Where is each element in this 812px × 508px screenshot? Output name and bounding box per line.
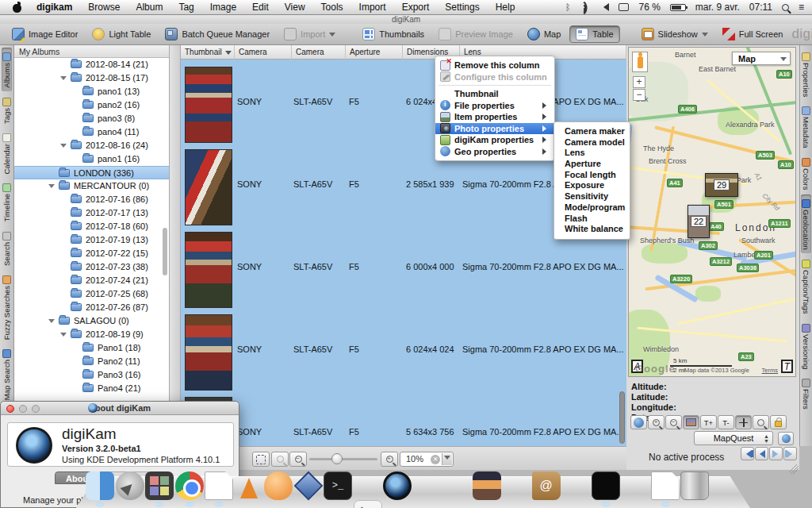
geo-zoom-out-button[interactable]: − <box>665 415 682 429</box>
photo-thumbnail[interactable] <box>185 314 232 391</box>
side-tab-caption-tags[interactable]: Caption/Tags <box>801 255 811 317</box>
zoom-dropdown-icon[interactable] <box>442 453 452 465</box>
zoom-in-button[interactable]: + <box>381 452 398 467</box>
thumb-bigger-button[interactable]: T+ <box>700 415 717 429</box>
album-item[interactable]: 2012-07-17 (13) <box>14 206 169 220</box>
dock-icon-virtualbox[interactable] <box>294 471 323 500</box>
column-header-thumbnail[interactable]: Thumbnail <box>181 45 235 60</box>
map-canvas[interactable]: BarnetEast BarnetOakThe HydeBrent CrossA… <box>628 47 796 377</box>
album-item[interactable]: 2012-07-26 (87) <box>14 301 169 314</box>
side-tab-metadata[interactable]: Metadata <box>801 102 811 152</box>
select-region-button[interactable] <box>753 415 769 429</box>
map-button[interactable]: Map <box>522 25 566 43</box>
album-item[interactable]: 2012-07-19 (13) <box>14 233 169 247</box>
side-tab-properties[interactable]: Properties <box>801 48 811 100</box>
menu-item-thumbnail[interactable]: Thumbnail <box>435 88 554 100</box>
album-item[interactable]: pano1 (13) <box>14 85 169 98</box>
menu-item-tools[interactable]: Tools <box>313 0 351 15</box>
expander-icon[interactable] <box>48 184 55 191</box>
submenu-item-white-balance[interactable]: White balance <box>554 224 630 235</box>
menubar-date[interactable]: mar. 9 avr. <box>695 2 740 13</box>
geo-zoom-in-button[interactable]: + <box>648 415 665 429</box>
light-table-button[interactable]: Light Table <box>86 25 156 43</box>
dock-icon-textedit[interactable] <box>205 471 233 500</box>
zoom-window-button[interactable] <box>32 405 40 413</box>
menu-item-digikam[interactable]: digikam <box>29 0 80 15</box>
previous-item-button[interactable] <box>755 447 768 460</box>
tab-search[interactable]: Search <box>2 227 12 269</box>
menu-item-edit[interactable]: Edit <box>244 0 277 15</box>
slideshow-button[interactable]: Slideshow <box>636 25 714 43</box>
menu-item-tag[interactable]: Tag <box>170 0 201 15</box>
lock-button[interactable] <box>770 415 787 429</box>
album-item[interactable]: pano2 (16) <box>14 98 169 112</box>
map-corner-t[interactable]: T <box>781 360 793 373</box>
pegman-control[interactable] <box>632 52 648 72</box>
zoom-slider-knob[interactable] <box>331 453 343 464</box>
album-item[interactable]: 2012-08-14 (21) <box>14 58 169 71</box>
minimize-button[interactable] <box>19 405 27 413</box>
album-item[interactable]: pano4 (11) <box>14 125 169 139</box>
menu-item-item-properties[interactable]: Item properties <box>435 111 554 123</box>
album-item[interactable]: 2012-08-16 (24) <box>14 139 169 152</box>
volume-icon[interactable] <box>599 3 609 11</box>
album-item[interactable]: 2012-08-15 (17) <box>14 71 169 85</box>
full-screen-button[interactable]: Full Screen <box>717 25 789 43</box>
menu-item-remove-this-column[interactable]: Remove this column <box>435 60 554 71</box>
menu-item-file-properties[interactable]: File properties <box>435 100 554 112</box>
dock-icon-vlc[interactable] <box>235 471 263 500</box>
zoom-100-button[interactable] <box>271 452 289 467</box>
expander-icon[interactable] <box>48 319 55 326</box>
side-tab-colors[interactable]: Colors <box>801 153 811 193</box>
submenu-item-camera-maker[interactable]: Camera maker <box>554 126 630 137</box>
wifi-icon[interactable] <box>580 3 590 11</box>
apple-menu-icon[interactable] <box>13 2 22 13</box>
table-row[interactable]: SONYSLT-A65VF56 024x4 024Sigma 70-200mm … <box>181 311 626 394</box>
dock-icon-contacts[interactable]: @ <box>532 471 561 500</box>
expander-icon[interactable] <box>60 333 67 340</box>
zoom-clear-icon[interactable]: ✕ <box>431 455 440 464</box>
menu-item-digikam-properties[interactable]: digiKam properties <box>435 134 554 146</box>
bluetooth-icon[interactable]: ᛒ <box>565 2 571 12</box>
submenu-item-aperture[interactable]: Aperture <box>554 159 630 170</box>
map-terms-link[interactable]: Terms <box>762 367 778 374</box>
submenu-item-exposure[interactable]: Exposure <box>554 180 630 191</box>
submenu-item-focal-length[interactable]: Focal length <box>554 170 630 181</box>
show-thumbnails-toggle[interactable] <box>683 415 699 429</box>
tab-albums[interactable]: Albums <box>2 48 12 91</box>
tab-tags[interactable]: Tags <box>2 93 12 127</box>
dock-icon-trash[interactable] <box>680 471 709 500</box>
photo-thumbnail[interactable] <box>185 67 232 143</box>
table-row[interactable]: SONYSLT-A65VF56 000x4 000Sigma 70-200mm … <box>181 229 626 311</box>
album-item[interactable]: 2012-07-22 (15) <box>14 247 169 260</box>
about-titlebar[interactable]: About digiKam <box>1 402 239 415</box>
fit-to-window-button[interactable] <box>252 452 270 467</box>
dock-icon-app-grid[interactable] <box>145 471 174 500</box>
notification-center-icon[interactable]: ≡ <box>799 2 804 13</box>
album-item[interactable]: 2012-07-16 (86) <box>14 193 169 206</box>
pan-mode-button[interactable] <box>735 415 752 429</box>
submenu-item-camera-model[interactable]: Camera model <box>554 137 630 148</box>
photo-thumbnail[interactable] <box>185 149 232 225</box>
expander-icon[interactable] <box>60 144 67 151</box>
side-tab-geolocation[interactable]: Geolocation <box>801 194 811 253</box>
thumbnails-button[interactable]: Thumbnails <box>357 25 430 43</box>
batch-queue-manager-button[interactable]: Batch Queue Manager <box>159 25 275 43</box>
menu-item-view[interactable]: View <box>277 0 313 15</box>
dock-icon-chrome[interactable] <box>175 471 204 500</box>
spotlight-icon[interactable] <box>782 4 789 11</box>
column-header-aperture[interactable]: Aperture <box>346 45 403 60</box>
submenu-item-sensitivity[interactable]: Sensitivity <box>554 191 630 202</box>
column-header-camera-maker[interactable]: Camera maker <box>235 45 292 60</box>
menu-item-geo-properties[interactable]: Geo properties <box>435 146 554 158</box>
menu-item-browse[interactable]: Browse <box>80 0 128 15</box>
album-item[interactable]: MERCANTOUR (0) <box>14 179 169 193</box>
zoom-out-button[interactable]: − <box>289 452 307 467</box>
table-button[interactable]: Table <box>569 25 619 43</box>
dock-icon-iphoto[interactable] <box>473 471 501 500</box>
menu-item-help[interactable]: Help <box>488 0 523 15</box>
dock-icon-terminal[interactable]: >_ <box>324 471 352 500</box>
album-item[interactable]: Pano3 (16) <box>14 368 169 382</box>
album-item[interactable]: pano3 (8) <box>14 112 169 125</box>
expander-icon[interactable] <box>60 76 67 83</box>
